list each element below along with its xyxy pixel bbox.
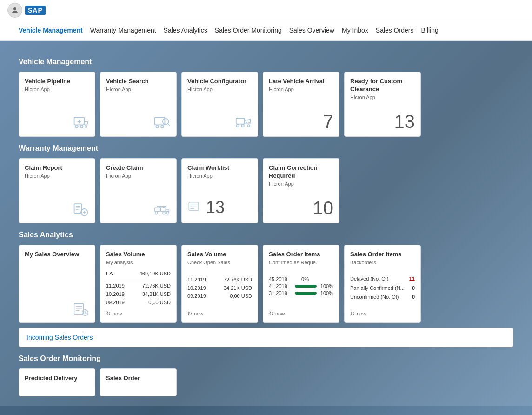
- svg-point-15: [237, 125, 239, 127]
- sales-volume-analysis-card[interactable]: Sales Volume My analysis EA 469,19K USD …: [100, 245, 177, 323]
- create-claim-card[interactable]: Create Claim Hicron App: [100, 158, 177, 223]
- refresh-time-3: now: [275, 311, 285, 316]
- sales-order-confirmed-refresh[interactable]: ↻ now: [269, 310, 333, 317]
- svg-rect-14: [236, 118, 245, 124]
- sales-order-items-confirmed-card[interactable]: Sales Order Items Confirmed as Reque... …: [263, 245, 339, 323]
- sales-volume-10-value: 34,21K USD: [142, 290, 171, 299]
- vehicle-pipeline-title: Vehicle Pipeline: [25, 78, 89, 86]
- claim-correction-subtitle: Hicron App: [269, 181, 333, 187]
- sales-volume-open-title: Sales Volume: [187, 251, 252, 259]
- sales-order-progress-container: 45.2019 0% 41.2019 100% 31.2019: [269, 276, 333, 297]
- sales-analytics-title: Sales Analytics: [19, 231, 513, 239]
- vehicle-pipeline-card[interactable]: Vehicle Pipeline Hicron App: [19, 72, 95, 137]
- claim-worklist-title: Claim Worklist: [187, 164, 252, 172]
- backorders-subtitle: Backorders: [350, 260, 415, 265]
- sales-order-backorders-card[interactable]: Sales Order Items Backorders Delayed (No…: [344, 245, 421, 323]
- refresh-icon-3: ↻: [269, 310, 273, 317]
- vehicle-configurator-card[interactable]: Vehicle Configurator Hicron App: [181, 72, 258, 137]
- backorder-partial-row: Partially Confirmed (N... 0: [350, 284, 415, 293]
- sap-brand-text: SAP: [25, 6, 46, 15]
- refresh-time-2: now: [194, 311, 203, 316]
- refresh-time-4: now: [357, 311, 366, 316]
- create-claim-subtitle: Hicron App: [106, 173, 171, 179]
- svg-point-12: [163, 119, 169, 125]
- svg-point-17: [248, 125, 250, 127]
- predicted-delivery-title: Predicted Delivery: [25, 375, 89, 382]
- sales-volume-open-card[interactable]: Sales Volume Check Open Sales 11.2019 72…: [181, 245, 258, 323]
- backorder-delayed-row: Delayed (No. Of) 11: [350, 274, 415, 284]
- backorder-unconfirmed-label: Unconfirmed (No. Of): [350, 293, 399, 302]
- backorder-unconfirmed-value: 0: [412, 293, 415, 302]
- nav-my-inbox[interactable]: My Inbox: [342, 20, 376, 41]
- backorder-partial-value: 0: [412, 284, 415, 293]
- sap-logo: SAP: [7, 3, 46, 18]
- progress-row-41: 41.2019 100%: [269, 283, 333, 289]
- sales-volume-09-value: 0,00 USD: [148, 299, 171, 307]
- header: SAP: [0, 0, 532, 20]
- claim-worklist-icon-count: 13: [187, 193, 252, 217]
- claim-report-subtitle: Hicron App: [25, 173, 89, 179]
- svg-rect-26: [155, 208, 160, 211]
- progress-bar-bg-41: [295, 285, 317, 288]
- refresh-icon: ↻: [106, 310, 111, 317]
- late-vehicle-arrival-card[interactable]: Late Vehicle Arrival Hicron App 7: [263, 72, 339, 137]
- progress-pct-31: 100%: [319, 290, 333, 296]
- main-content: Vehicle Management Vehicle Pipeline Hicr…: [0, 41, 532, 406]
- sales-volume-09-row: 09.2019 0,00 USD: [106, 299, 171, 307]
- sales-order-card[interactable]: Sales Order: [100, 368, 177, 396]
- sales-volume-open-refresh[interactable]: ↻ now: [187, 310, 252, 317]
- nav-sales-order-monitoring[interactable]: Sales Order Monitoring: [215, 20, 289, 41]
- vehicle-configurator-title: Vehicle Configurator: [187, 78, 252, 86]
- svg-point-28: [155, 212, 158, 214]
- open-sales-09-label: 09.2019: [187, 292, 206, 301]
- custom-clearance-title: Ready for Custom Clearance: [350, 78, 415, 94]
- svg-point-0: [13, 7, 16, 10]
- nav-sales-orders[interactable]: Sales Orders: [376, 20, 421, 41]
- incoming-sales-orders-banner[interactable]: Incoming Sales Orders: [19, 328, 513, 347]
- sales-volume-analysis-refresh[interactable]: ↻ now: [106, 310, 171, 317]
- nav-vehicle-management[interactable]: Vehicle Management: [19, 20, 90, 41]
- vehicle-pipeline-subtitle: Hicron App: [25, 87, 89, 92]
- svg-point-2: [75, 125, 78, 127]
- svg-rect-27: [160, 208, 166, 211]
- open-sales-11-value: 72,76K USD: [224, 276, 252, 284]
- custom-clearance-card[interactable]: Ready for Custom Clearance Hicron App 13: [344, 72, 421, 137]
- claim-worklist-card[interactable]: Claim Worklist Hicron App 13: [181, 158, 258, 223]
- avatar[interactable]: [7, 3, 22, 18]
- svg-point-3: [80, 125, 83, 127]
- late-vehicle-arrival-number: 7: [269, 107, 333, 131]
- open-sales-11-row: 11.2019 72,76K USD: [187, 276, 252, 284]
- refresh-time: now: [113, 311, 122, 316]
- svg-point-11: [161, 125, 163, 127]
- custom-clearance-subtitle: Hicron App: [350, 94, 415, 100]
- nav-sales-analytics[interactable]: Sales Analytics: [164, 20, 215, 41]
- vehicle-search-title: Vehicle Search: [106, 78, 171, 86]
- nav-sales-overview[interactable]: Sales Overview: [289, 20, 342, 41]
- svg-line-13: [168, 124, 170, 126]
- sales-order-monitoring-cards: Predicted Delivery Sales Order: [19, 368, 513, 396]
- nav-bar: Vehicle Management Warranty Management S…: [0, 20, 532, 41]
- my-sales-overview-card[interactable]: My Sales Overview: [19, 245, 95, 323]
- claim-correction-card[interactable]: Claim Correction Required Hicron App 10: [263, 158, 339, 223]
- sales-volume-09-label: 09.2019: [106, 299, 125, 307]
- progress-row-45: 45.2019 0%: [269, 276, 333, 282]
- refresh-icon-2: ↻: [187, 310, 192, 317]
- nav-billing[interactable]: Billing: [421, 20, 446, 41]
- svg-point-16: [242, 125, 244, 127]
- nav-warranty-management[interactable]: Warranty Management: [90, 20, 164, 41]
- late-vehicle-arrival-subtitle: Hicron App: [269, 87, 333, 92]
- my-sales-overview-title: My Sales Overview: [25, 251, 89, 259]
- progress-pct-45: 0%: [295, 276, 309, 282]
- vehicle-configurator-icon: [187, 94, 252, 131]
- my-sales-overview-icon: [25, 261, 89, 317]
- backorders-title: Sales Order Items: [350, 251, 415, 259]
- sales-volume-ea-value: 469,19K USD: [140, 270, 171, 278]
- progress-bar-bg-31: [295, 292, 317, 295]
- vehicle-search-card[interactable]: Vehicle Search Hicron App: [100, 72, 177, 137]
- sales-order-card-title: Sales Order: [106, 375, 171, 382]
- sales-volume-10-label: 10.2019: [106, 290, 125, 299]
- progress-label-41: 41.2019: [269, 283, 292, 289]
- claim-report-card[interactable]: Claim Report Hicron App: [19, 158, 95, 223]
- predicted-delivery-card[interactable]: Predicted Delivery: [19, 368, 95, 396]
- backorders-refresh[interactable]: ↻ now: [350, 310, 415, 317]
